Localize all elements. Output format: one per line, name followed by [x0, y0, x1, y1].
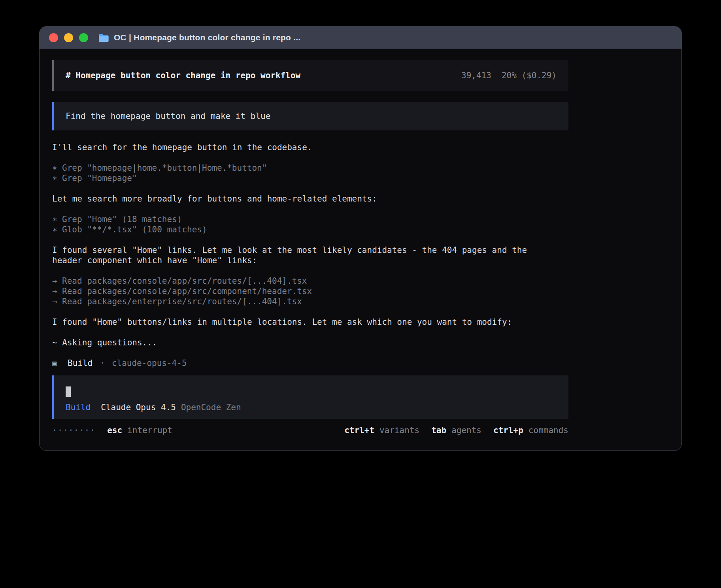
shortcut-key: ctrl+t [344, 425, 374, 435]
user-message-text: Find the homepage button and make it blu… [66, 111, 270, 121]
zoom-button[interactable] [79, 33, 88, 42]
agent-separator: · [100, 358, 105, 368]
asking-status: ~ Asking questions... [52, 337, 568, 348]
desktop-background: OC | Homepage button color change in rep… [0, 0, 721, 588]
shortcut-key: ctrl+p [493, 425, 523, 435]
shortcut-label: variants [379, 425, 419, 435]
tool-bullet-icon: ∗ [52, 214, 62, 224]
agent-build-icon: ▣ [52, 358, 60, 368]
tool-call-text: Grep "Homepage" [62, 173, 137, 183]
read-arrow-icon: → [52, 286, 62, 296]
input-meta-line: Build Claude Opus 4.5 OpenCode Zen [66, 402, 557, 413]
traffic-lights [49, 33, 88, 42]
shortcut-esc: esc interrupt [107, 425, 172, 435]
agent-mode-label[interactable]: Build [66, 402, 91, 413]
shortcut-label: agents [451, 425, 481, 435]
tool-call-text: Glob "**/*.tsx" (100 matches) [62, 224, 207, 235]
status-bar: ········ esc interrupt ctrl+t variants t… [52, 425, 568, 435]
shortcut-label: interrupt [127, 425, 172, 435]
context-usage: 20% ($0.29) [502, 70, 557, 81]
tool-bullet-icon: ∗ [52, 163, 62, 173]
tool-call-grep: ∗ Grep "Homepage" [52, 173, 568, 183]
agent-status-line: ▣ Build · claude-opus-4-5 [52, 358, 568, 368]
assistant-text: I found "Home" buttons/links in multiple… [52, 317, 568, 327]
tool-call-read: → Read packages/console/app/src/routes/[… [52, 276, 568, 286]
read-arrow-icon: → [52, 276, 62, 286]
assistant-text: I'll search for the homepage button in t… [52, 142, 568, 153]
tool-call-text: Grep "homepage|home.*button|Home.*button… [62, 163, 267, 173]
token-count: 39,413 [461, 70, 491, 81]
agent-model: claude-opus-4-5 [112, 358, 187, 368]
tool-call-read: → Read packages/console/app/src/componen… [52, 286, 568, 296]
tool-bullet-icon: ∗ [52, 173, 62, 183]
shortcut-key: esc [107, 425, 122, 435]
assistant-text: Let me search more broadly for buttons a… [52, 194, 568, 204]
assistant-transcript: I'll search for the homepage button in t… [52, 142, 568, 368]
shortcut-key: tab [431, 425, 446, 435]
user-message: Find the homepage button and make it blu… [52, 102, 568, 130]
window-title: OC | Homepage button color change in rep… [114, 33, 300, 42]
session-title: # Homepage button color change in repo w… [66, 70, 300, 81]
close-button[interactable] [49, 33, 58, 42]
text-cursor [66, 386, 71, 397]
tool-call-text: Grep "Home" (18 matches) [62, 214, 182, 224]
assistant-text: I found several "Home" links. Let me loo… [52, 245, 542, 266]
minimize-button[interactable] [64, 33, 73, 42]
tool-call-text: Read packages/console/app/src/component/… [62, 286, 312, 296]
tool-call-text: Read packages/enterprise/src/routes/[...… [62, 296, 302, 307]
model-label[interactable]: Claude Opus 4.5 [101, 402, 176, 413]
shortcut-label: commands [528, 425, 568, 435]
terminal-body: # Homepage button color change in repo w… [40, 49, 681, 435]
folder-icon [98, 33, 109, 42]
agent-name: Build [68, 358, 92, 368]
window-titlebar[interactable]: OC | Homepage button color change in rep… [40, 26, 681, 49]
shortcut-commands: ctrl+p commands [493, 425, 568, 435]
shortcut-agents: tab agents [431, 425, 481, 435]
tool-call-grep: ∗ Grep "homepage|home.*button|Home.*butt… [52, 163, 568, 173]
prompt-input[interactable]: Build Claude Opus 4.5 OpenCode Zen [52, 375, 568, 419]
read-arrow-icon: → [52, 296, 62, 307]
tool-call-grep: ∗ Grep "Home" (18 matches) [52, 214, 568, 224]
terminal-window: OC | Homepage button color change in rep… [39, 26, 682, 451]
shortcut-hints: ctrl+t variants tab agents ctrl+p comman… [344, 425, 568, 435]
tool-call-read: → Read packages/enterprise/src/routes/[.… [52, 296, 568, 307]
spinner-dots: ········ [52, 425, 95, 435]
session-stats: 39,413 20% ($0.29) [461, 70, 557, 81]
tool-bullet-icon: ∗ [52, 224, 62, 235]
tool-call-glob: ∗ Glob "**/*.tsx" (100 matches) [52, 224, 568, 235]
tool-call-text: Read packages/console/app/src/routes/[..… [62, 276, 307, 286]
shortcut-variants: ctrl+t variants [344, 425, 419, 435]
session-header: # Homepage button color change in repo w… [52, 60, 568, 91]
provider-label: OpenCode Zen [181, 402, 241, 413]
